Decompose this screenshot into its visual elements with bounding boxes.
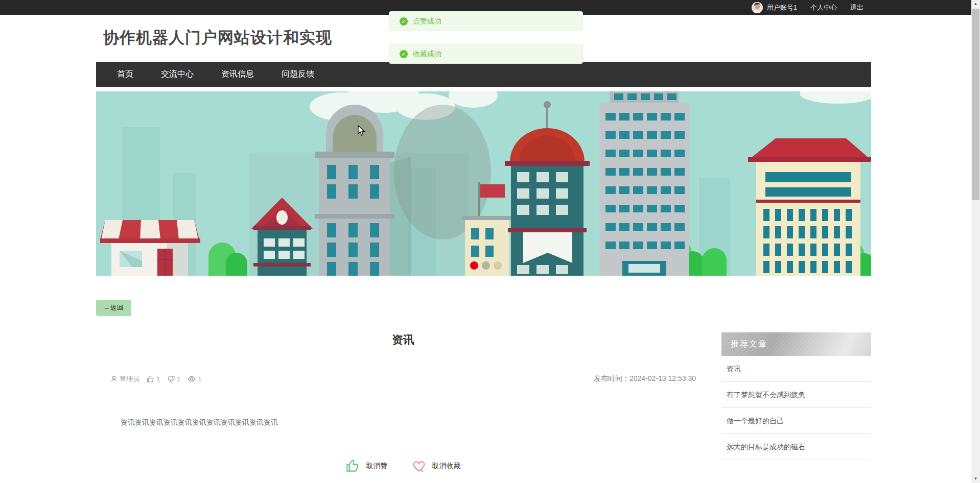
shop-building (100, 220, 200, 276)
eye-icon (188, 375, 196, 382)
logout-link[interactable]: 退出 (850, 3, 864, 12)
skyscraper (599, 91, 689, 276)
cancel-collect-button[interactable]: 取消收藏 (412, 460, 461, 472)
carousel-dot-2[interactable] (482, 261, 490, 270)
publish-value: 2024-02-13 12:53:30 (629, 374, 696, 382)
mouse-cursor (358, 125, 366, 136)
thumbs-up-icon (346, 459, 360, 473)
nav-item-feedback[interactable]: 问题反馈 (268, 69, 328, 80)
carousel-dot-1[interactable] (470, 261, 478, 270)
back-button[interactable]: ←返回 (96, 300, 131, 316)
author-name: 管理员 (120, 374, 139, 383)
article-title: 资讯 (96, 332, 710, 348)
nav-item-forum[interactable]: 交流中心 (147, 69, 207, 80)
scroll-up-arrow[interactable]: ▲ (971, 0, 980, 8)
username[interactable]: 用户账号1 (767, 3, 797, 12)
dislike-count: 1 (167, 375, 180, 383)
banner-carousel (96, 91, 871, 276)
sidebar-title: 推荐文章 (721, 332, 871, 356)
success-check-icon: ✓ (400, 17, 408, 26)
banner-illustration (96, 91, 871, 276)
author-meta: 管理员 (110, 374, 139, 383)
scroll-thumb[interactable] (972, 9, 979, 200)
cancel-collect-label: 取消收藏 (432, 462, 461, 471)
cancel-like-label: 取消赞 (366, 462, 388, 471)
recommend-sidebar: 推荐文章 资讯 有了梦想就不会感到疲惫 做一个最好的自己 远大的目标是成功的磁石 (721, 332, 871, 460)
view-count: 1 (188, 375, 201, 383)
like-count-value: 1 (156, 375, 160, 383)
sidebar-item-4[interactable]: 远大的目标是成功的磁石 (721, 434, 871, 460)
toast-text: 点赞成功 (413, 17, 441, 26)
article-actions: 取消赞 取消收藏 (96, 459, 710, 473)
user-account[interactable]: 用户账号1 (752, 2, 797, 13)
cancel-like-button[interactable]: 取消赞 (346, 459, 388, 473)
publish-label: 发布时间： (594, 374, 629, 382)
article: 资讯 管理员 1 (96, 332, 710, 473)
avatar-image (752, 2, 763, 13)
cream-building (748, 138, 871, 276)
main-nav: 首页 交流中心 资讯信息 问题反馈 (96, 62, 871, 87)
sidebar-item-2[interactable]: 有了梦想就不会感到疲惫 (721, 382, 871, 408)
nav-item-news[interactable]: 资讯信息 (207, 69, 268, 80)
profile-link[interactable]: 个人中心 (810, 3, 837, 12)
avatar[interactable] (752, 2, 763, 13)
view-count-value: 1 (198, 375, 201, 383)
like-count: 1 (147, 375, 160, 383)
article-meta: 管理员 1 1 (96, 374, 710, 383)
thumbs-up-icon (147, 375, 154, 383)
sidebar-item-3[interactable]: 做一个最好的自己 (721, 408, 871, 434)
publish-time: 发布时间：2024-02-13 12:53:30 (594, 374, 696, 383)
sidebar-item-1[interactable]: 资讯 (721, 356, 871, 382)
heart-icon (412, 460, 426, 472)
nav-item-home[interactable]: 首页 (103, 69, 147, 80)
carousel-dots (470, 261, 502, 270)
dislike-count-value: 1 (177, 375, 180, 383)
person-icon (110, 375, 118, 382)
arch-building (315, 105, 394, 276)
scroll-down-arrow[interactable]: ▼ (971, 475, 980, 483)
success-check-icon: ✓ (400, 50, 408, 58)
article-content: 资讯资讯资讯资讯资讯资讯资讯资讯资讯资讯资讯 (96, 418, 710, 427)
thumbs-down-icon (167, 375, 175, 383)
carousel-dot-3[interactable] (494, 261, 502, 270)
toast-text: 收藏成功 (413, 50, 441, 59)
toast-like-success: ✓ 点赞成功 (389, 11, 583, 31)
scrollbar: ▲ ▼ (971, 0, 980, 483)
toast-collect-success: ✓ 收藏成功 (389, 44, 583, 64)
